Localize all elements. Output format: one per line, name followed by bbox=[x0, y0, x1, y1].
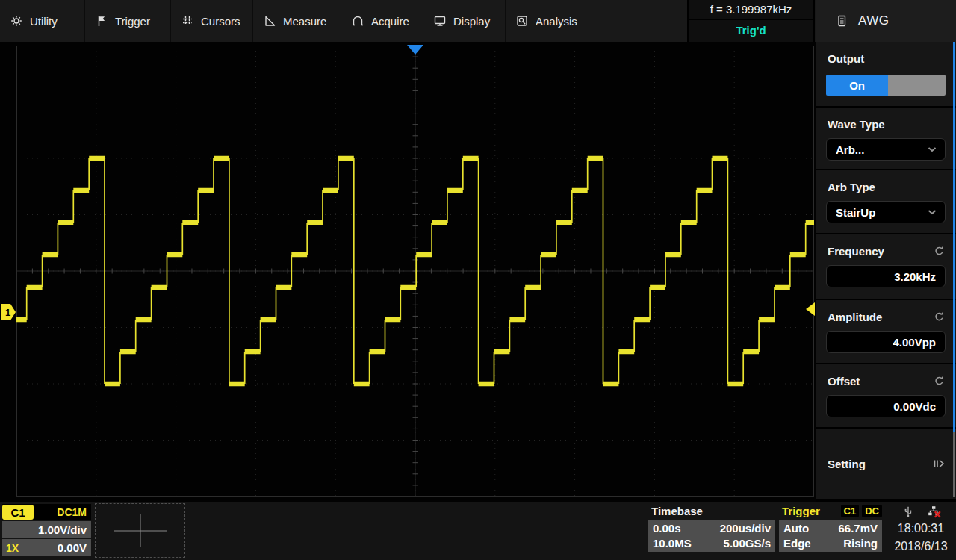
reset-circular-arrow-icon[interactable] bbox=[933, 311, 946, 323]
timebase-descriptor[interactable]: Timebase 0.00s 200us/div 10.0MS 5.00GS/s bbox=[648, 503, 775, 552]
channel1-descriptor[interactable]: C1 DC1M 1.00V/div 1X 0.00V bbox=[2, 504, 91, 556]
clock-time: 18:00:31 bbox=[887, 520, 955, 538]
usb-icon bbox=[901, 505, 915, 518]
channel1-scale: 1.00V/div bbox=[38, 523, 87, 536]
scrollbar-thumb[interactable] bbox=[953, 42, 955, 432]
lan-disconnected-icon bbox=[927, 505, 941, 518]
system-status: 18:00:31 2018/6/13 bbox=[887, 503, 955, 556]
scope-graticule-and-trace bbox=[16, 46, 814, 497]
trigger-status: Trig'd bbox=[689, 20, 813, 40]
channel1-badge[interactable]: C1 bbox=[2, 505, 34, 520]
output-label: Output bbox=[828, 52, 864, 65]
frequency-input[interactable]: 3.20kHz bbox=[826, 265, 946, 287]
menu-acquire[interactable]: Acquire bbox=[341, 0, 423, 42]
offset-value: 0.00Vdc bbox=[893, 400, 936, 413]
trigger-level-marker[interactable] bbox=[805, 302, 815, 316]
menu-utility-label: Utility bbox=[30, 15, 58, 28]
magnifier-document-icon bbox=[515, 14, 529, 28]
frequency-section: Frequency 3.20kHz bbox=[816, 234, 956, 299]
amplitude-section: Amplitude 4.00Vpp bbox=[816, 300, 956, 363]
clock-date: 2018/6/13 bbox=[887, 538, 955, 556]
trigger-level: 66.7mV bbox=[838, 522, 878, 535]
awg-panel-header[interactable]: AWG bbox=[816, 0, 956, 42]
channel1-marker-label: 1 bbox=[5, 307, 10, 318]
menu-display-label: Display bbox=[453, 15, 490, 28]
expand-panel-icon[interactable] bbox=[932, 457, 946, 470]
add-channel-button[interactable] bbox=[95, 503, 185, 558]
trigger-slope: Rising bbox=[838, 537, 878, 550]
scrollbar-track bbox=[953, 432, 955, 497]
frequency-value: 3.20kHz bbox=[894, 270, 936, 283]
output-toggle-off[interactable] bbox=[888, 75, 946, 96]
menu-analysis[interactable]: Analysis bbox=[506, 0, 598, 42]
timebase-delay: 0.00s bbox=[653, 522, 707, 535]
awg-settings-panel: Output On Wave Type Arb... Arb Type Stai… bbox=[816, 42, 956, 499]
channel1-offset: 0.00V bbox=[58, 541, 91, 554]
offset-input[interactable]: 0.00Vdc bbox=[826, 395, 946, 417]
menu-measure[interactable]: Measure bbox=[253, 0, 341, 42]
timebase-memory: 10.0MS bbox=[653, 537, 707, 550]
frequency-readout: f = 3.199987kHz bbox=[689, 0, 813, 20]
menu-utility[interactable]: Utility bbox=[0, 0, 85, 42]
arch-icon bbox=[351, 14, 364, 28]
menu-cursors-label: Cursors bbox=[201, 15, 240, 28]
gear-icon bbox=[10, 14, 23, 28]
wave-type-dropdown[interactable]: Arb... bbox=[826, 138, 946, 161]
set-square-icon bbox=[263, 14, 276, 28]
flag-icon bbox=[95, 14, 108, 28]
trigger-descriptor[interactable]: Trigger C1 DC Auto 66.7mV Edge Rising bbox=[779, 503, 882, 552]
frequency-label: Frequency bbox=[828, 245, 884, 258]
menu-display[interactable]: Display bbox=[423, 0, 506, 42]
setting-label: Setting bbox=[828, 458, 866, 470]
chevron-down-icon bbox=[925, 143, 939, 156]
amplitude-value: 4.00Vpp bbox=[893, 336, 936, 349]
timebase-label: Timebase bbox=[651, 505, 703, 517]
channel1-level-marker[interactable]: 1 bbox=[1, 304, 16, 320]
awg-list-icon bbox=[835, 14, 848, 28]
channel1-coupling: DC1M bbox=[57, 506, 91, 518]
sidebar-scrollbar[interactable] bbox=[953, 42, 955, 499]
offset-section: Offset 0.00Vdc bbox=[816, 364, 956, 427]
chevron-down-icon bbox=[925, 205, 939, 219]
setting-section[interactable]: Setting bbox=[816, 429, 956, 499]
menu-measure-label: Measure bbox=[283, 15, 326, 28]
awg-panel-title: AWG bbox=[858, 13, 889, 28]
output-section: Output On bbox=[816, 42, 956, 106]
timebase-scale: 200us/div bbox=[720, 522, 771, 535]
channel1-probe: 1X bbox=[2, 542, 19, 554]
trigger-coupling-badge: DC bbox=[862, 505, 882, 517]
menu-analysis-label: Analysis bbox=[536, 15, 577, 28]
status-bar: C1 DC1M 1.00V/div 1X 0.00V Timebase 0.00… bbox=[0, 502, 956, 560]
menu-cursors[interactable]: Cursors bbox=[171, 0, 253, 42]
wave-type-label: Wave Type bbox=[828, 118, 885, 131]
menu-trigger[interactable]: Trigger bbox=[85, 0, 171, 42]
amplitude-label: Amplitude bbox=[828, 311, 882, 323]
output-toggle[interactable]: On bbox=[826, 75, 946, 96]
wave-type-section: Wave Type Arb... bbox=[816, 108, 956, 169]
offset-label: Offset bbox=[828, 375, 860, 388]
arb-type-section: Arb Type StairUp bbox=[816, 170, 956, 233]
waveform-display-area: 1 bbox=[0, 42, 816, 502]
arb-type-dropdown[interactable]: StairUp bbox=[826, 201, 946, 223]
arb-type-value: StairUp bbox=[836, 206, 875, 219]
trigger-position-indicator[interactable] bbox=[407, 45, 423, 55]
wave-type-value: Arb... bbox=[836, 143, 864, 156]
frequency-counter: f = 3.199987kHz Trig'd bbox=[687, 0, 815, 42]
menu-acquire-label: Acquire bbox=[371, 15, 409, 28]
timebase-samplerate: 5.00GS/s bbox=[720, 537, 771, 550]
menu-trigger-label: Trigger bbox=[115, 15, 150, 28]
trigger-type: Edge bbox=[783, 537, 825, 550]
crosshatch-icon bbox=[181, 14, 194, 28]
trigger-source-badge: C1 bbox=[841, 505, 860, 517]
trigger-label: Trigger bbox=[782, 505, 820, 517]
monitor-icon bbox=[433, 14, 447, 28]
amplitude-input[interactable]: 4.00Vpp bbox=[826, 331, 946, 353]
arb-type-label: Arb Type bbox=[828, 181, 875, 193]
reset-circular-arrow-icon[interactable] bbox=[933, 375, 946, 388]
output-toggle-on[interactable]: On bbox=[826, 75, 888, 96]
trigger-mode: Auto bbox=[783, 522, 825, 535]
reset-circular-arrow-icon[interactable] bbox=[933, 245, 946, 258]
plus-crosshair-icon bbox=[111, 511, 170, 550]
